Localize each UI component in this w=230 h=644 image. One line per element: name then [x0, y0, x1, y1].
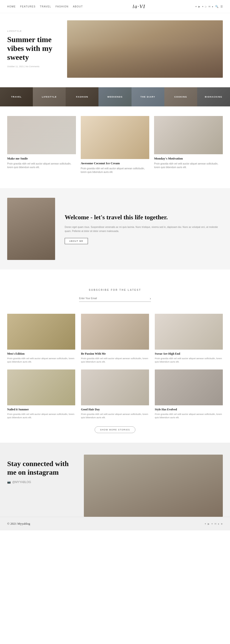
- blog-item-6[interactable]: Style Has Evolved Proin gravida nibh vel…: [155, 370, 223, 420]
- category-travel[interactable]: Travel: [0, 87, 33, 106]
- category-weekends[interactable]: Weekends: [98, 87, 131, 106]
- featured-post-2-title: Awesome Coconut Ice Cream: [81, 162, 150, 165]
- hero-category-label: Lifestyle: [7, 30, 60, 32]
- footer-icon-2[interactable]: ▶: [208, 522, 210, 525]
- category-diary[interactable]: The Diary: [132, 87, 164, 106]
- blog-item-5[interactable]: Good Hair Day Proin gravida nibh vel vel…: [81, 370, 149, 420]
- blog-item-3-desc: Proin gravida nibh vel velit auctor aliq…: [155, 357, 223, 364]
- nav-right: ✦ ▶ ✦ ▷ ✉ ● 🔍 ☰: [195, 5, 223, 8]
- twitter-icon[interactable]: ▶: [198, 5, 200, 8]
- featured-posts: Make me Smile Proin gravida nibh vel vel…: [0, 106, 230, 179]
- footer-icon-4[interactable]: ✉: [214, 522, 216, 525]
- category-lifestyle[interactable]: Lifestyle: [33, 87, 66, 106]
- search-icon[interactable]: 🔍: [215, 5, 218, 8]
- nav-social-icons: ✦ ▶ ✦ ▷ ✉ ●: [195, 5, 213, 8]
- category-fashion[interactable]: Fashion: [66, 87, 98, 106]
- instagram-image: [84, 454, 223, 517]
- category-biohacking[interactable]: Biohacking: [197, 87, 230, 106]
- blog-item-2-desc: Proin gravida nibh vel velit auctor aliq…: [81, 357, 149, 364]
- nav-links: Home Features Travel Fashion About: [7, 5, 83, 8]
- about-section: Welcome - let's travel this life togethe…: [0, 188, 230, 270]
- nav-travel[interactable]: Travel: [40, 5, 51, 8]
- navigation: Home Features Travel Fashion About la·VI…: [0, 0, 230, 13]
- blog-item-5-desc: Proin gravida nibh vel velit auctor aliq…: [81, 412, 149, 420]
- nav-features[interactable]: Features: [20, 5, 36, 8]
- featured-post-1-title: Make me Smile: [7, 157, 76, 160]
- blog-item-4[interactable]: Nailed it Summer Proin gravida nibh vel …: [7, 370, 75, 420]
- hero-image: [67, 20, 223, 78]
- blog-item-3-title: Swear Are High End: [155, 352, 223, 356]
- site-logo[interactable]: la·VI: [133, 3, 145, 10]
- hero-title: Summer time vibes with my sweety: [7, 35, 60, 62]
- about-title: Welcome - let's travel this life togethe…: [65, 214, 223, 221]
- hero-text: Lifestyle Summer time vibes with my swee…: [7, 20, 60, 68]
- featured-post-2[interactable]: Awesome Coconut Ice Cream Proin gravida …: [81, 116, 150, 174]
- email-icon[interactable]: ✉: [208, 5, 210, 8]
- featured-post-3-image: [154, 116, 223, 154]
- footer-icon-5[interactable]: ●: [218, 522, 219, 525]
- footer-icon-1[interactable]: ✦: [204, 522, 206, 525]
- instagram-text: Stay connected with me on instagram 📷 @M…: [7, 454, 74, 484]
- instagram-section: Stay connected with me on instagram 📷 @M…: [0, 443, 230, 517]
- hero-section: Lifestyle Summer time vibes with my swee…: [0, 13, 230, 87]
- nav-home[interactable]: Home: [7, 5, 16, 8]
- about-image: [7, 198, 55, 260]
- instagram-icon-small: 📷: [7, 480, 11, 484]
- blog-item-2-title: Be Passion With Me: [81, 352, 149, 356]
- blog-item-6-title: Style Has Evolved: [155, 408, 223, 411]
- about-button[interactable]: About Me: [65, 238, 88, 244]
- featured-post-1[interactable]: Make me Smile Proin gravida nibh vel vel…: [7, 116, 76, 174]
- blog-item-4-title: Nailed it Summer: [7, 408, 75, 411]
- footer: © 2021 Myyablog ✦ ▶ ✦ ✉ ● ★: [0, 517, 230, 530]
- subscribe-form: ›: [79, 296, 151, 302]
- footer-copyright: © 2021 Myyablog: [7, 522, 30, 526]
- about-text: Welcome - let's travel this life togethe…: [65, 214, 223, 244]
- instagram-icon[interactable]: ✦: [195, 5, 197, 8]
- menu-icon[interactable]: ☰: [220, 5, 223, 8]
- footer-icon-6[interactable]: ★: [221, 522, 223, 525]
- subscribe-section: Subscribe For The Latest ›: [0, 279, 230, 309]
- blog-item-1[interactable]: Men's Edition Proin gravida nibh vel vel…: [7, 314, 75, 364]
- show-more-button[interactable]: Show More Stories: [95, 426, 136, 433]
- featured-post-3[interactable]: Monday's Motivation Proin gravida nibh v…: [154, 116, 223, 174]
- blog-item-6-desc: Proin gravida nibh vel velit auctor aliq…: [155, 412, 223, 420]
- show-more-section: Show More Stories: [0, 422, 230, 443]
- blog-item-2[interactable]: Be Passion With Me Proin gravida nibh ve…: [81, 314, 149, 364]
- subscribe-email-input[interactable]: [79, 296, 150, 300]
- about-desc: Donec eget quam risus. Suspendisse venen…: [65, 225, 223, 233]
- footer-social-icons: ✦ ▶ ✦ ✉ ● ★: [204, 522, 223, 525]
- category-cooking[interactable]: Cooking: [164, 87, 197, 106]
- featured-post-3-desc: Proin gravida nibh vel velit auctor aliq…: [154, 162, 223, 169]
- facebook-icon[interactable]: ▷: [205, 5, 207, 8]
- blog-item-3-image: [155, 314, 223, 350]
- featured-post-2-desc: Proin gravida nibh vel velit auctor aliq…: [81, 167, 150, 174]
- hero-image-placeholder: [67, 20, 223, 78]
- blog-item-5-title: Good Hair Day: [81, 408, 149, 411]
- instagram-handle[interactable]: @MYYABLOG: [12, 480, 31, 484]
- nav-about[interactable]: About: [73, 5, 83, 8]
- blog-item-4-desc: Proin gravida nibh vel velit auctor aliq…: [7, 412, 75, 420]
- instagram-handle-row: 📷 @MYYABLOG: [7, 480, 74, 484]
- featured-post-1-desc: Proin gravida nibh vel velit auctor aliq…: [7, 162, 76, 169]
- blog-item-5-image: [81, 370, 149, 405]
- nav-fashion[interactable]: Fashion: [56, 5, 68, 8]
- blog-item-6-image: [155, 370, 223, 405]
- blog-grid: Men's Edition Proin gravida nibh vel vel…: [0, 309, 230, 422]
- instagram-title: Stay connected with me on instagram: [7, 460, 74, 476]
- footer-icon-3[interactable]: ✦: [211, 522, 213, 525]
- blog-item-4-image: [7, 370, 75, 405]
- featured-post-1-image: [7, 116, 76, 154]
- blog-item-1-image: [7, 314, 75, 350]
- blog-item-3[interactable]: Swear Are High End Proin gravida nibh ve…: [155, 314, 223, 364]
- blog-item-1-title: Men's Edition: [7, 352, 75, 356]
- blog-item-1-desc: Proin gravida nibh vel velit auctor aliq…: [7, 357, 75, 364]
- subscribe-title: Subscribe For The Latest: [7, 289, 223, 291]
- hero-meta: October 11, 2021 | No Comments: [7, 65, 60, 68]
- rss-icon[interactable]: ●: [212, 5, 213, 8]
- subscribe-submit-button[interactable]: ›: [150, 296, 151, 300]
- featured-post-3-title: Monday's Motivation: [154, 157, 223, 160]
- featured-post-2-image: [81, 116, 150, 159]
- blog-item-2-image: [81, 314, 149, 350]
- pinterest-icon[interactable]: ✦: [202, 5, 204, 8]
- category-strip: Travel Lifestyle Fashion Weekends The Di…: [0, 87, 230, 106]
